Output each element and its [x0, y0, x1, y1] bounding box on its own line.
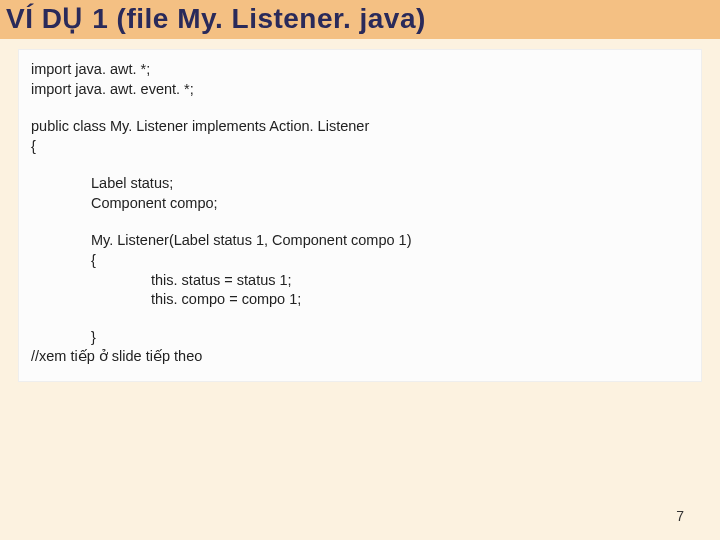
blank-line	[31, 310, 689, 328]
code-panel: import java. awt. *; import java. awt. e…	[18, 49, 702, 382]
slide-title: VÍ DỤ 1 (file My. Listener. java)	[6, 2, 714, 35]
code-line: this. compo = compo 1;	[31, 290, 689, 310]
code-line: import java. awt. event. *;	[31, 80, 689, 100]
code-line: Component compo;	[31, 194, 689, 214]
code-line: Label status;	[31, 174, 689, 194]
code-line: public class My. Listener implements Act…	[31, 117, 689, 137]
blank-line	[31, 213, 689, 231]
code-line: import java. awt. *;	[31, 60, 689, 80]
code-line: this. status = status 1;	[31, 271, 689, 291]
blank-line	[31, 99, 689, 117]
code-line: }	[31, 328, 689, 348]
code-line: {	[31, 251, 689, 271]
code-line: My. Listener(Label status 1, Component c…	[31, 231, 689, 251]
blank-line	[31, 156, 689, 174]
code-line: {	[31, 137, 689, 157]
page-number: 7	[676, 508, 684, 524]
code-line: //xem tiếp ở slide tiếp theo	[31, 347, 689, 367]
slide-title-bar: VÍ DỤ 1 (file My. Listener. java)	[0, 0, 720, 39]
